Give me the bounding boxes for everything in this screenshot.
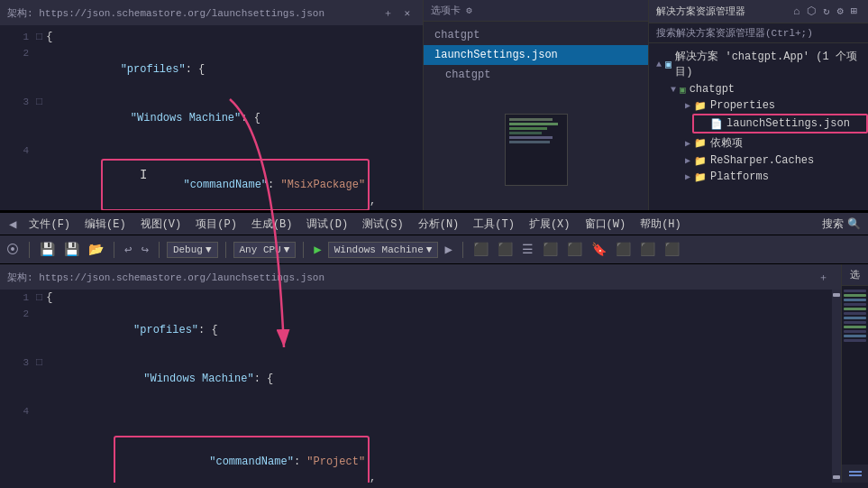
- tree-expand-deps[interactable]: ▶: [685, 138, 690, 149]
- menu-view[interactable]: 视图(V): [133, 214, 189, 235]
- expand-3[interactable]: □: [36, 94, 42, 143]
- tree-dependencies[interactable]: ▶ 📁 依赖项: [678, 134, 868, 152]
- settings-icon2[interactable]: ⚙: [834, 3, 847, 20]
- tree-expand-resharper[interactable]: ▶: [685, 155, 690, 166]
- bottom-line-content-3: "Windows Machine": {: [46, 354, 837, 403]
- toolbar-icon-3[interactable]: ☰: [519, 240, 536, 259]
- expand-bar-2: [849, 474, 862, 476]
- bottom-right-tab-label[interactable]: 选: [842, 264, 868, 286]
- expand-1[interactable]: □: [36, 29, 42, 45]
- tab-launchsettings[interactable]: launchSettings.json: [424, 45, 648, 65]
- mini-line-11: [844, 335, 866, 337]
- toolbar-icon-7[interactable]: ⬛: [613, 240, 634, 259]
- solution-tree: ▲ ▣ 解决方案 'chatgpt.App' (1 个项目) ▼ ▣ chatg…: [649, 43, 868, 210]
- tree-platforms[interactable]: ▶ 📁 Platforms: [678, 169, 868, 185]
- toolbar-icon-4[interactable]: ⬛: [540, 240, 561, 259]
- bottom-expand-1[interactable]: □: [36, 290, 42, 306]
- preview-area: [424, 88, 648, 210]
- folder-icon-platforms: 📁: [694, 171, 707, 183]
- toolbar-start-icon[interactable]: ⦿: [4, 241, 22, 259]
- menu-build[interactable]: 生成(B): [244, 214, 300, 235]
- debug-dropdown[interactable]: Debug ▼: [167, 242, 218, 258]
- line-num-4: 4: [4, 143, 29, 210]
- mini-preview-right: [842, 286, 868, 465]
- expand-icon[interactable]: ⊞: [847, 3, 861, 20]
- toolbar-bar: ⦿ 💾 💾 📂 ↩ ↪ Debug ▼ Any CPU ▼ ▶ Windows …: [0, 235, 868, 264]
- tree-properties[interactable]: ▶ 📁 Properties: [678, 97, 868, 114]
- menu-help[interactable]: 帮助(H): [633, 214, 689, 235]
- menu-bar: ◀ 文件(F) 编辑(E) 视图(V) 项目(P) 生成(B) 调试(D) 测试…: [0, 212, 868, 235]
- solution-search-bar[interactable]: 搜索解决方案资源管理器(Ctrl+;): [649, 23, 868, 43]
- mini-line-4: [844, 303, 866, 306]
- top-code-area: 1 □ { 2 "profiles": { 3 □ "Windows Machi…: [0, 25, 423, 210]
- bottom-right-panel: 选: [841, 264, 868, 483]
- tab-chatgpt-2[interactable]: chatgpt: [424, 65, 648, 85]
- expand-bar-1: [849, 471, 862, 473]
- gear-icon[interactable]: ⚙: [466, 5, 472, 16]
- target-label: Windows Machine: [334, 244, 424, 255]
- tree-launchsettings-label: launchSettings.json: [726, 117, 850, 130]
- bottom-code-line-1: 1 □ {: [0, 290, 841, 306]
- bottom-tab-add-button[interactable]: ＋: [813, 269, 834, 286]
- menu-search-label: 搜索: [822, 216, 844, 232]
- menu-edit[interactable]: 编辑(E): [78, 214, 133, 235]
- file-expand-icon: [701, 119, 707, 129]
- toolbar-icon-9[interactable]: ⬛: [662, 240, 682, 259]
- menu-window[interactable]: 窗口(W): [578, 214, 634, 235]
- mini-line-5: [844, 308, 866, 310]
- toolbar-icon-8[interactable]: ⬛: [637, 240, 658, 259]
- bottom-panel-expand[interactable]: [849, 465, 862, 483]
- tree-expand-properties[interactable]: ▶: [685, 100, 690, 111]
- toolbar-save-all-icon[interactable]: 💾: [61, 240, 82, 259]
- toolbar-icon-2[interactable]: ⬛: [495, 240, 516, 259]
- bottom-code-line-4: 4 "commandName": "Project" ,: [0, 403, 841, 483]
- debug-label: Debug: [173, 244, 203, 255]
- scroll-up-indicator: [833, 293, 840, 297]
- menu-debug[interactable]: 调试(D): [299, 214, 355, 235]
- tree-expand-solution[interactable]: ▲: [656, 60, 662, 69]
- toolbar-open-icon[interactable]: 📂: [86, 240, 106, 259]
- bottom-scrollbar[interactable]: [832, 290, 841, 483]
- toolbar-icon-6[interactable]: 🔖: [589, 240, 609, 259]
- toolbar-save-icon[interactable]: 💾: [37, 240, 58, 259]
- file-icon-launchsettings: 📄: [710, 118, 723, 130]
- sync-icon[interactable]: ↻: [819, 3, 833, 20]
- bottom-expand-3[interactable]: □: [36, 354, 42, 403]
- menu-analyze[interactable]: 分析(N): [411, 214, 467, 235]
- toolbar-undo-icon[interactable]: ↩: [122, 240, 134, 259]
- home-icon[interactable]: ⌂: [790, 4, 803, 20]
- tree-expand-chatgpt[interactable]: ▼: [671, 85, 676, 95]
- toolbar-run-icon[interactable]: ▶: [442, 240, 454, 259]
- tree-project-chatgpt[interactable]: ▼ ▣ chatgpt: [663, 81, 868, 97]
- top-section: 架构: https://json.schemastore.org/launchs…: [0, 0, 868, 212]
- toolbar-icon-1[interactable]: ⬛: [471, 240, 491, 259]
- bottom-line-num-2: 2: [4, 306, 29, 354]
- tree-resharper[interactable]: ▶ 📁 ReSharper.Caches: [678, 152, 868, 169]
- menu-test[interactable]: 测试(S): [355, 214, 411, 235]
- close-button-top[interactable]: ✕: [398, 5, 416, 21]
- tree-expand-platforms[interactable]: ▶: [685, 171, 690, 182]
- tab-chatgpt-1[interactable]: chatgpt: [424, 25, 648, 45]
- cpu-dropdown[interactable]: Any CPU ▼: [233, 242, 297, 258]
- menu-tools[interactable]: 工具(T): [466, 214, 522, 235]
- toolbar-icon-5[interactable]: ⬛: [564, 240, 585, 259]
- menu-project[interactable]: 项目(P): [188, 214, 244, 235]
- line-num-1: 1: [4, 29, 29, 45]
- search-icon[interactable]: 🔍: [844, 216, 864, 233]
- mini-line-8: [844, 321, 866, 324]
- menu-left-icon[interactable]: ◀: [4, 215, 22, 234]
- mini-lines: [842, 286, 868, 465]
- tab-add-button[interactable]: ＋: [378, 5, 398, 22]
- menu-file[interactable]: 文件(F): [22, 214, 78, 235]
- nav-icon[interactable]: ⬡: [803, 3, 819, 20]
- menu-extensions[interactable]: 扩展(X): [522, 214, 578, 235]
- toolbar-sep-1: [29, 242, 30, 258]
- tree-solution[interactable]: ▲ ▣ 解决方案 'chatgpt.App' (1 个项目): [649, 47, 868, 81]
- top-right-panel: 解决方案资源管理器 ⌂ ⬡ ↻ ⚙ ⊞ 搜索解决方案资源管理器(Ctrl+;) …: [649, 0, 868, 210]
- bottom-left-editor: 架构: https://json.schemastore.org/launchs…: [0, 264, 841, 483]
- tree-launchsettings[interactable]: 📄 launchSettings.json: [692, 114, 868, 134]
- toolbar-sep-6: [462, 242, 463, 258]
- toolbar-redo-icon[interactable]: ↪: [138, 240, 151, 259]
- play-button[interactable]: ▶: [311, 240, 324, 259]
- target-dropdown[interactable]: Windows Machine ▼: [328, 242, 439, 258]
